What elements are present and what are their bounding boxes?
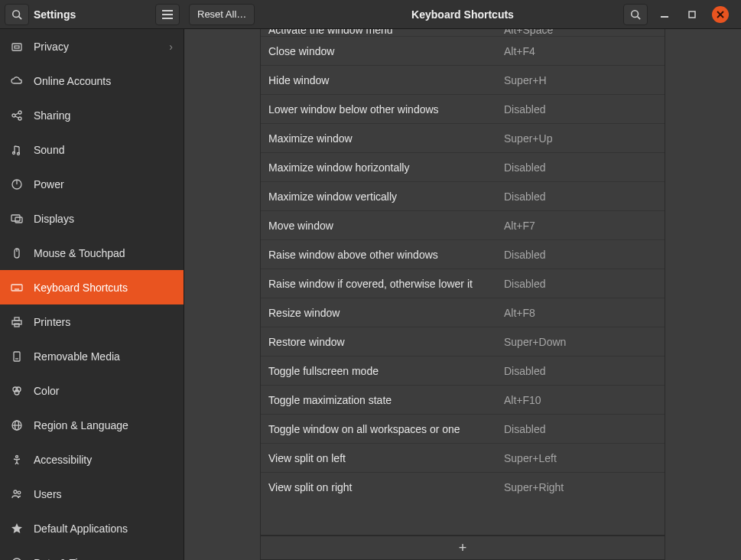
access-icon [11, 454, 23, 466]
plus-icon: + [459, 540, 467, 556]
svg-point-15 [18, 117, 21, 120]
shortcut-list[interactable]: Activate the window menuAlt+SpaceClose w… [260, 29, 665, 536]
svg-point-5 [632, 10, 639, 17]
svg-rect-11 [12, 44, 21, 50]
page-title: Keyboard Shortcuts [411, 8, 514, 21]
shortcut-row[interactable]: Toggle fullscreen modeDisabled [261, 357, 665, 386]
shortcut-key: Alt+Space [504, 29, 553, 36]
reset-all-button[interactable]: Reset All… [189, 4, 255, 25]
sidebar-item-displays[interactable]: Displays [0, 201, 184, 236]
displays-icon [11, 213, 23, 225]
shortcut-row[interactable]: Toggle window on all workspaces or oneDi… [261, 415, 665, 444]
sidebar-item-accessibility[interactable]: Accessibility [0, 442, 184, 477]
shortcut-name: View split on right [268, 481, 504, 493]
shortcut-name: Toggle window on all workspaces or one [268, 423, 504, 435]
shortcut-row[interactable]: Hide windowSuper+H [261, 66, 665, 95]
minimize-button[interactable] [657, 7, 672, 22]
shortcut-row[interactable]: Resize windowAlt+F8 [261, 298, 665, 327]
sound-icon [11, 144, 23, 156]
svg-line-6 [638, 16, 641, 19]
cloud-icon [11, 75, 23, 87]
shortcut-key: Alt+F7 [504, 220, 535, 232]
sidebar-item-mouse-touchpad[interactable]: Mouse & Touchpad [0, 236, 184, 270]
chevron-right-icon: › [169, 41, 173, 53]
svg-point-14 [18, 111, 21, 114]
privacy-icon [11, 41, 23, 53]
sidebar-item-power[interactable]: Power [0, 167, 184, 201]
sidebar-item-color[interactable]: Color [0, 373, 184, 408]
shortcut-key: Super+Left [504, 452, 557, 464]
sidebar-item-privacy[interactable]: Privacy› [0, 29, 184, 63]
sidebar-item-label: Online Accounts [34, 75, 111, 87]
add-shortcut-button[interactable]: + [260, 536, 665, 560]
svg-rect-4 [162, 18, 173, 19]
sidebar-item-sound[interactable]: Sound [0, 132, 184, 167]
shortcut-row[interactable]: Maximize windowSuper+Up [261, 124, 665, 153]
menu-button[interactable] [155, 4, 180, 25]
sidebar-item-label: Printers [34, 316, 70, 328]
shortcut-row[interactable]: Restore windowSuper+Down [261, 327, 665, 357]
search-icon [11, 9, 22, 20]
sidebar-item-online-accounts[interactable]: Online Accounts [0, 63, 184, 98]
shortcut-key: Alt+F8 [504, 307, 535, 319]
mouse-icon [11, 247, 23, 259]
svg-rect-12 [15, 46, 19, 48]
shortcut-key: Alt+F4 [504, 45, 535, 57]
shortcut-row[interactable]: View split on rightSuper+Right [261, 473, 665, 502]
sidebar-item-printers[interactable]: Printers [0, 304, 184, 339]
shortcut-name: Raise window if covered, otherwise lower… [268, 278, 504, 290]
sidebar-item-date-time[interactable]: Date & Time [0, 545, 184, 560]
svg-line-16 [15, 113, 18, 115]
shortcut-row[interactable]: Toggle maximization stateAlt+F10 [261, 386, 665, 415]
svg-point-13 [12, 114, 15, 117]
shortcut-row[interactable]: Maximize window horizontallyDisabled [261, 153, 665, 182]
sidebar-item-default-applications[interactable]: Default Applications [0, 511, 184, 545]
shortcut-row[interactable]: Raise window if covered, otherwise lower… [261, 269, 665, 298]
sidebar-item-label: Mouse & Touchpad [34, 247, 125, 259]
shortcut-row[interactable]: Maximize window verticallyDisabled [261, 182, 665, 211]
shortcut-name: Resize window [268, 307, 504, 319]
shortcut-name: Activate the window menu [268, 29, 504, 36]
shortcut-row[interactable]: Lower window below other windowsDisabled [261, 95, 665, 124]
sidebar-item-keyboard-shortcuts[interactable]: Keyboard Shortcuts [0, 270, 184, 304]
shortcut-row[interactable]: View split on leftSuper+Left [261, 444, 665, 473]
search-shortcuts-button[interactable] [623, 4, 648, 25]
close-button[interactable] [712, 6, 729, 23]
maximize-button[interactable] [684, 7, 700, 22]
shortcut-key: Disabled [504, 423, 545, 435]
power-icon [11, 178, 23, 190]
shortcut-key: Super+Right [504, 481, 564, 493]
sidebar-item-label: Region & Language [34, 419, 128, 431]
shortcut-row[interactable]: Close windowAlt+F4 [261, 37, 665, 66]
shortcut-name: Toggle maximization state [268, 394, 504, 406]
shortcut-row[interactable]: Activate the window menuAlt+Space [261, 29, 665, 37]
svg-rect-3 [162, 14, 173, 15]
search-icon [630, 9, 641, 20]
close-icon [717, 11, 724, 18]
search-button[interactable] [5, 4, 29, 25]
shortcut-row[interactable]: Raise window above other windowsDisabled [261, 240, 665, 269]
keyboard-icon [11, 282, 23, 294]
sidebar-item-region-language[interactable]: Region & Language [0, 408, 184, 442]
sidebar-item-label: Color [34, 385, 59, 397]
sidebar-item-removable-media[interactable]: Removable Media [0, 339, 184, 373]
shortcut-name: Maximize window [268, 132, 504, 145]
sidebar[interactable]: Privacy›Online AccountsSharingSoundPower… [0, 29, 184, 560]
sidebar-item-sharing[interactable]: Sharing [0, 98, 184, 132]
sidebar-item-label: Sound [34, 144, 64, 156]
shortcut-name: Close window [268, 45, 504, 57]
svg-rect-32 [15, 317, 19, 321]
sidebar-item-label: Removable Media [34, 350, 120, 363]
shortcut-row[interactable]: Move windowAlt+F7 [261, 211, 665, 240]
svg-point-19 [18, 152, 20, 155]
shortcut-key: Disabled [504, 365, 545, 377]
svg-rect-26 [11, 285, 22, 291]
titlebar-right: Reset All… Keyboard Shortcuts [184, 4, 741, 25]
sidebar-item-label: Users [34, 488, 62, 500]
sidebar-item-label: Date & Time [34, 557, 93, 561]
sidebar-item-label: Default Applications [34, 523, 128, 535]
shortcut-key: Disabled [504, 249, 545, 261]
sidebar-item-users[interactable]: Users [0, 477, 184, 511]
color-icon [11, 385, 23, 397]
star-icon [11, 523, 23, 535]
